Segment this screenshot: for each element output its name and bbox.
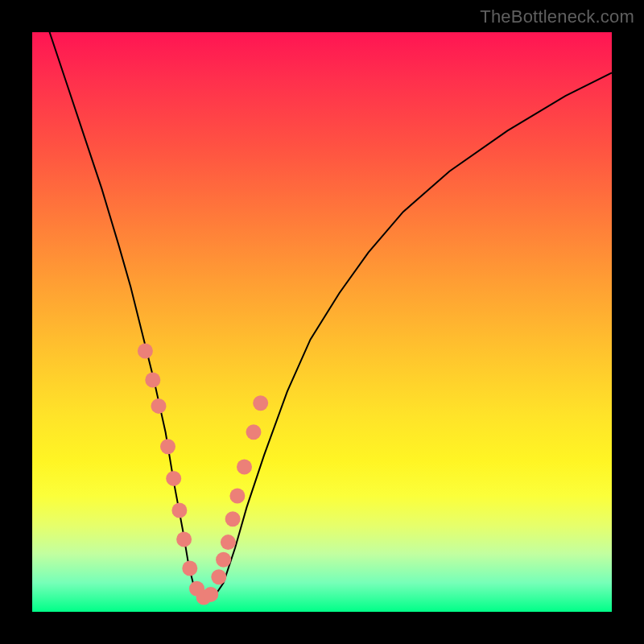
highlight-dot <box>229 489 245 504</box>
highlight-dot <box>166 471 181 486</box>
highlight-dot <box>151 398 167 414</box>
highlight-dots-group <box>138 344 268 605</box>
highlight-dot <box>176 532 192 547</box>
highlight-dot <box>171 503 187 518</box>
highlight-dot <box>160 439 175 454</box>
bottleneck-curve-line <box>32 32 612 601</box>
highlight-dot <box>246 424 262 440</box>
highlight-dot <box>203 587 218 602</box>
chart-svg <box>32 32 612 612</box>
watermark-text: TheBottleneck.com <box>480 6 634 27</box>
highlight-dot <box>145 373 160 388</box>
highlight-dot <box>211 569 226 584</box>
highlight-dot <box>216 552 231 568</box>
chart-frame: TheBottleneck.com <box>0 0 644 644</box>
highlight-dot <box>225 511 241 526</box>
highlight-dot <box>221 535 236 550</box>
highlight-dot <box>138 344 153 359</box>
highlight-dot <box>182 561 197 576</box>
highlight-dot <box>253 395 268 411</box>
plot-area <box>32 32 612 612</box>
highlight-dot <box>237 460 252 475</box>
